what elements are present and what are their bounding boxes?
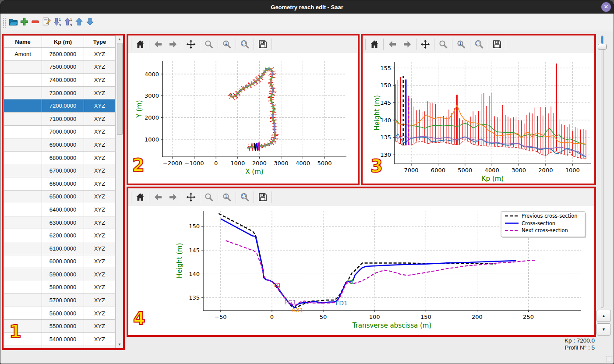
type-cell[interactable]: XYZ <box>84 48 116 61</box>
type-cell[interactable]: XYZ <box>84 229 116 242</box>
type-cell[interactable]: XYZ <box>84 126 116 139</box>
kp-cell[interactable]: 5500.0000 <box>42 320 84 333</box>
move-up-button[interactable] <box>74 16 85 28</box>
column-header[interactable]: Type <box>84 35 116 48</box>
type-cell[interactable]: XYZ <box>84 320 116 333</box>
name-cell[interactable] <box>4 281 42 294</box>
back-button[interactable] <box>152 38 164 50</box>
name-cell[interactable] <box>4 164 42 177</box>
type-cell[interactable]: XYZ <box>84 216 116 230</box>
plan-view-plot[interactable]: −2000−1000010002000300040005000100020003… <box>128 53 358 182</box>
type-cell[interactable]: XYZ <box>84 268 116 281</box>
kp-cell[interactable]: 5400.0000 <box>42 333 84 346</box>
name-cell[interactable] <box>4 333 42 346</box>
toolbar-drag-handle[interactable] <box>2 17 6 28</box>
table-row[interactable]: 6800.0000XYZ <box>4 152 116 165</box>
zoom-one-button[interactable]: 1 <box>221 38 233 50</box>
name-cell[interactable] <box>4 320 42 333</box>
type-cell[interactable]: XYZ <box>84 294 116 307</box>
name-cell[interactable] <box>4 242 42 255</box>
zoom-rect-button[interactable] <box>473 38 485 50</box>
name-cell[interactable] <box>4 346 42 348</box>
close-button[interactable]: ✕ <box>601 2 611 12</box>
kp-cell[interactable]: 5800.0000 <box>42 281 84 294</box>
table-row[interactable]: 6100.0000XYZ <box>4 242 116 255</box>
add-row-button[interactable] <box>19 16 30 28</box>
pan-button[interactable] <box>185 38 197 50</box>
kp-cell[interactable]: 6200.0000 <box>42 229 84 242</box>
table-scrollbar[interactable]: ▲ ▼ <box>116 35 123 348</box>
kp-cell[interactable]: 7000.0000 <box>42 126 84 139</box>
kp-cell[interactable]: 6700.0000 <box>42 164 84 177</box>
kp-cell[interactable]: 7500.0000 <box>42 61 84 74</box>
zoom-button[interactable] <box>203 191 215 203</box>
type-cell[interactable]: XYZ <box>84 191 116 204</box>
type-cell[interactable]: XYZ <box>84 99 116 113</box>
kp-cell[interactable]: 7600.0000 <box>42 48 84 61</box>
kp-cell[interactable]: 6000.0000 <box>42 255 84 269</box>
name-cell[interactable]: Amont <box>4 48 42 61</box>
column-header[interactable]: Name <box>4 35 42 48</box>
profile-slider-track[interactable] <box>601 35 603 308</box>
profile-down-button[interactable]: ▼ <box>596 323 611 336</box>
type-cell[interactable]: XYZ <box>84 255 116 269</box>
name-cell[interactable] <box>4 216 42 230</box>
pan-button[interactable] <box>185 191 197 203</box>
type-cell[interactable]: XYZ <box>84 74 116 87</box>
type-cell[interactable]: XYZ <box>84 281 116 294</box>
remove-row-button[interactable] <box>30 16 41 28</box>
open-folder-button[interactable] <box>8 16 19 28</box>
type-cell[interactable]: XYZ <box>84 203 116 216</box>
table-row[interactable]: 6300.0000XYZ <box>4 216 116 230</box>
resize-grip[interactable] <box>606 356 612 362</box>
forward-button[interactable] <box>167 191 179 203</box>
kp-cell[interactable]: 6900.0000 <box>42 138 84 152</box>
home-button[interactable] <box>134 38 146 50</box>
kp-cell[interactable]: 5300.0000 <box>42 346 84 348</box>
type-cell[interactable]: XYZ <box>84 346 116 348</box>
zoom-one-button[interactable]: 1 <box>221 191 233 203</box>
name-cell[interactable] <box>4 268 42 281</box>
name-cell[interactable] <box>4 203 42 216</box>
name-cell[interactable] <box>4 229 42 242</box>
name-cell[interactable] <box>4 191 42 204</box>
zoom-button[interactable] <box>203 38 215 50</box>
type-cell[interactable]: XYZ <box>84 177 116 191</box>
table-row[interactable]: 5600.0000XYZ <box>4 307 116 320</box>
scroll-up-icon[interactable]: ▲ <box>116 36 123 42</box>
name-cell[interactable] <box>4 177 42 191</box>
name-cell[interactable] <box>4 255 42 269</box>
move-down-button[interactable] <box>85 16 95 28</box>
kp-cell[interactable]: 7100.0000 <box>42 113 84 126</box>
table-row[interactable]: 7200.0000XYZ <box>4 99 116 113</box>
table-row[interactable]: 7400.0000XYZ <box>4 74 116 87</box>
name-cell[interactable] <box>4 294 42 307</box>
forward-button[interactable] <box>401 38 413 50</box>
table-row[interactable]: 7300.0000XYZ <box>4 87 116 100</box>
scroll-down-icon[interactable]: ▼ <box>116 341 123 348</box>
kp-cell[interactable]: 6100.0000 <box>42 242 84 255</box>
kp-cell[interactable]: 5600.0000 <box>42 307 84 320</box>
table-row[interactable]: 5300.0000XYZ <box>4 346 116 348</box>
type-cell[interactable]: XYZ <box>84 138 116 152</box>
table-row[interactable]: 7100.0000XYZ <box>4 113 116 126</box>
zoom-rect-button[interactable] <box>239 191 251 203</box>
table-row[interactable]: 6600.0000XYZ <box>4 177 116 191</box>
name-cell[interactable] <box>4 87 42 100</box>
pan-button[interactable] <box>419 38 431 50</box>
type-cell[interactable]: XYZ <box>84 87 116 100</box>
back-button[interactable] <box>152 191 164 203</box>
table-row[interactable]: 6700.0000XYZ <box>4 164 116 177</box>
type-cell[interactable]: XYZ <box>84 152 116 165</box>
table-row[interactable]: 7500.0000XYZ <box>4 61 116 74</box>
type-cell[interactable]: XYZ <box>84 307 116 320</box>
zoom-button[interactable] <box>437 38 449 50</box>
column-header[interactable]: Kp (m) <box>42 35 84 48</box>
save-button[interactable] <box>257 38 269 50</box>
profile-slider-handle[interactable] <box>598 44 607 49</box>
save-button[interactable] <box>491 38 503 50</box>
save-button[interactable] <box>257 191 269 203</box>
type-cell[interactable]: XYZ <box>84 113 116 126</box>
table-row[interactable]: 6500.0000XYZ <box>4 191 116 204</box>
type-cell[interactable]: XYZ <box>84 61 116 74</box>
